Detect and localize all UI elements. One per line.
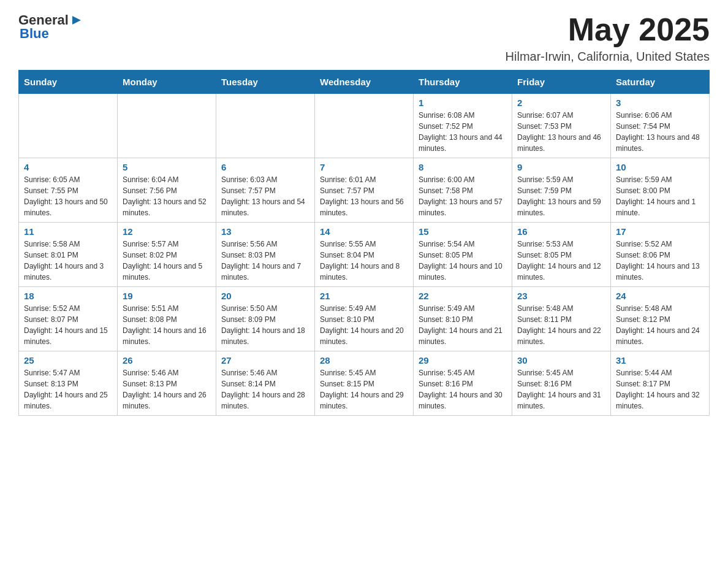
day-info: Sunrise: 5:49 AM Sunset: 8:10 PM Dayligh… (320, 303, 408, 347)
calendar-cell (315, 94, 414, 158)
day-info: Sunrise: 6:00 AM Sunset: 7:58 PM Dayligh… (419, 174, 507, 218)
day-number: 8 (419, 162, 507, 172)
day-number: 3 (616, 98, 704, 108)
calendar-cell: 24Sunrise: 5:48 AM Sunset: 8:12 PM Dayli… (611, 287, 710, 351)
calendar-cell: 14Sunrise: 5:55 AM Sunset: 8:04 PM Dayli… (315, 223, 414, 287)
day-number: 15 (419, 226, 507, 237)
day-number: 20 (221, 291, 309, 301)
day-info: Sunrise: 6:06 AM Sunset: 7:54 PM Dayligh… (616, 110, 704, 154)
calendar-cell: 28Sunrise: 5:45 AM Sunset: 8:15 PM Dayli… (315, 351, 414, 416)
calendar-cell: 25Sunrise: 5:47 AM Sunset: 8:13 PM Dayli… (19, 351, 118, 416)
calendar-cell: 11Sunrise: 5:58 AM Sunset: 8:01 PM Dayli… (19, 223, 118, 287)
day-number: 6 (221, 162, 309, 172)
calendar-cell: 12Sunrise: 5:57 AM Sunset: 8:02 PM Dayli… (118, 223, 216, 287)
logo: General Blue (18, 12, 83, 42)
calendar-header-monday: Monday (118, 71, 216, 94)
day-info: Sunrise: 5:58 AM Sunset: 8:01 PM Dayligh… (24, 239, 112, 283)
calendar-cell: 20Sunrise: 5:50 AM Sunset: 8:09 PM Dayli… (216, 287, 315, 351)
day-number: 14 (320, 226, 408, 237)
day-number: 5 (123, 162, 211, 172)
calendar-cell (118, 94, 216, 158)
calendar-header-thursday: Thursday (414, 71, 512, 94)
day-info: Sunrise: 6:03 AM Sunset: 7:57 PM Dayligh… (221, 174, 309, 218)
calendar-cell: 19Sunrise: 5:51 AM Sunset: 8:08 PM Dayli… (118, 287, 216, 351)
calendar-table: SundayMondayTuesdayWednesdayThursdayFrid… (18, 70, 710, 416)
day-number: 24 (616, 291, 704, 301)
day-number: 30 (517, 355, 605, 366)
calendar-header-wednesday: Wednesday (315, 71, 414, 94)
day-number: 28 (320, 355, 408, 366)
day-number: 17 (616, 226, 704, 237)
calendar-cell: 22Sunrise: 5:49 AM Sunset: 8:10 PM Dayli… (414, 287, 512, 351)
day-number: 11 (24, 226, 112, 237)
day-number: 23 (517, 291, 605, 301)
calendar-week-row: 18Sunrise: 5:52 AM Sunset: 8:07 PM Dayli… (19, 287, 710, 351)
day-number: 31 (616, 355, 704, 366)
calendar-cell: 2Sunrise: 6:07 AM Sunset: 7:53 PM Daylig… (512, 94, 611, 158)
calendar-header-saturday: Saturday (611, 71, 710, 94)
day-info: Sunrise: 5:48 AM Sunset: 8:12 PM Dayligh… (616, 303, 704, 347)
day-info: Sunrise: 5:59 AM Sunset: 7:59 PM Dayligh… (517, 174, 605, 218)
day-info: Sunrise: 5:45 AM Sunset: 8:15 PM Dayligh… (320, 367, 408, 412)
calendar-cell: 30Sunrise: 5:45 AM Sunset: 8:16 PM Dayli… (512, 351, 611, 416)
day-info: Sunrise: 5:52 AM Sunset: 8:06 PM Dayligh… (616, 239, 704, 283)
svg-marker-0 (72, 16, 81, 25)
day-info: Sunrise: 5:46 AM Sunset: 8:13 PM Dayligh… (123, 367, 211, 412)
day-number: 10 (616, 162, 704, 172)
calendar-week-row: 1Sunrise: 6:08 AM Sunset: 7:52 PM Daylig… (19, 94, 710, 158)
calendar-week-row: 25Sunrise: 5:47 AM Sunset: 8:13 PM Dayli… (19, 351, 710, 416)
calendar-cell: 21Sunrise: 5:49 AM Sunset: 8:10 PM Dayli… (315, 287, 414, 351)
day-number: 25 (24, 355, 112, 366)
calendar-cell: 1Sunrise: 6:08 AM Sunset: 7:52 PM Daylig… (414, 94, 512, 158)
day-number: 27 (221, 355, 309, 366)
calendar-cell: 13Sunrise: 5:56 AM Sunset: 8:03 PM Dayli… (216, 223, 315, 287)
day-info: Sunrise: 5:56 AM Sunset: 8:03 PM Dayligh… (221, 239, 309, 283)
calendar-cell: 29Sunrise: 5:45 AM Sunset: 8:16 PM Dayli… (414, 351, 512, 416)
day-info: Sunrise: 6:04 AM Sunset: 7:56 PM Dayligh… (123, 174, 211, 218)
day-info: Sunrise: 5:50 AM Sunset: 8:09 PM Dayligh… (221, 303, 309, 347)
calendar-header-tuesday: Tuesday (216, 71, 315, 94)
day-info: Sunrise: 5:51 AM Sunset: 8:08 PM Dayligh… (123, 303, 211, 347)
day-info: Sunrise: 5:45 AM Sunset: 8:16 PM Dayligh… (419, 367, 507, 412)
calendar-cell: 10Sunrise: 5:59 AM Sunset: 8:00 PM Dayli… (611, 158, 710, 223)
day-number: 13 (221, 226, 309, 237)
calendar-cell: 8Sunrise: 6:00 AM Sunset: 7:58 PM Daylig… (414, 158, 512, 223)
calendar-header-row: SundayMondayTuesdayWednesdayThursdayFrid… (19, 71, 710, 94)
day-info: Sunrise: 5:46 AM Sunset: 8:14 PM Dayligh… (221, 367, 309, 412)
day-number: 29 (419, 355, 507, 366)
calendar-cell: 26Sunrise: 5:46 AM Sunset: 8:13 PM Dayli… (118, 351, 216, 416)
calendar-cell: 3Sunrise: 6:06 AM Sunset: 7:54 PM Daylig… (611, 94, 710, 158)
calendar-cell: 18Sunrise: 5:52 AM Sunset: 8:07 PM Dayli… (19, 287, 118, 351)
day-info: Sunrise: 5:52 AM Sunset: 8:07 PM Dayligh… (24, 303, 112, 347)
day-number: 9 (517, 162, 605, 172)
day-info: Sunrise: 6:05 AM Sunset: 7:55 PM Dayligh… (24, 174, 112, 218)
calendar-cell: 4Sunrise: 6:05 AM Sunset: 7:55 PM Daylig… (19, 158, 118, 223)
day-info: Sunrise: 5:57 AM Sunset: 8:02 PM Dayligh… (123, 239, 211, 283)
calendar-cell: 5Sunrise: 6:04 AM Sunset: 7:56 PM Daylig… (118, 158, 216, 223)
title-block: May 2025 Hilmar-Irwin, California, Unite… (506, 12, 710, 64)
day-number: 21 (320, 291, 408, 301)
day-info: Sunrise: 5:54 AM Sunset: 8:05 PM Dayligh… (419, 239, 507, 283)
day-info: Sunrise: 5:49 AM Sunset: 8:10 PM Dayligh… (419, 303, 507, 347)
calendar-cell: 27Sunrise: 5:46 AM Sunset: 8:14 PM Dayli… (216, 351, 315, 416)
calendar-cell: 9Sunrise: 5:59 AM Sunset: 7:59 PM Daylig… (512, 158, 611, 223)
calendar-cell: 16Sunrise: 5:53 AM Sunset: 8:05 PM Dayli… (512, 223, 611, 287)
day-info: Sunrise: 5:44 AM Sunset: 8:17 PM Dayligh… (616, 367, 704, 412)
calendar-cell: 7Sunrise: 6:01 AM Sunset: 7:57 PM Daylig… (315, 158, 414, 223)
logo-blue: Blue (20, 26, 49, 42)
day-number: 16 (517, 226, 605, 237)
calendar-week-row: 4Sunrise: 6:05 AM Sunset: 7:55 PM Daylig… (19, 158, 710, 223)
day-number: 4 (24, 162, 112, 172)
logo-triangle-icon (70, 13, 83, 27)
day-number: 26 (123, 355, 211, 366)
day-number: 22 (419, 291, 507, 301)
day-info: Sunrise: 6:01 AM Sunset: 7:57 PM Dayligh… (320, 174, 408, 218)
calendar-header-friday: Friday (512, 71, 611, 94)
day-number: 12 (123, 226, 211, 237)
day-info: Sunrise: 5:45 AM Sunset: 8:16 PM Dayligh… (517, 367, 605, 412)
day-info: Sunrise: 5:53 AM Sunset: 8:05 PM Dayligh… (517, 239, 605, 283)
calendar-header-sunday: Sunday (19, 71, 118, 94)
day-number: 19 (123, 291, 211, 301)
calendar-cell: 23Sunrise: 5:48 AM Sunset: 8:11 PM Dayli… (512, 287, 611, 351)
day-info: Sunrise: 5:48 AM Sunset: 8:11 PM Dayligh… (517, 303, 605, 347)
